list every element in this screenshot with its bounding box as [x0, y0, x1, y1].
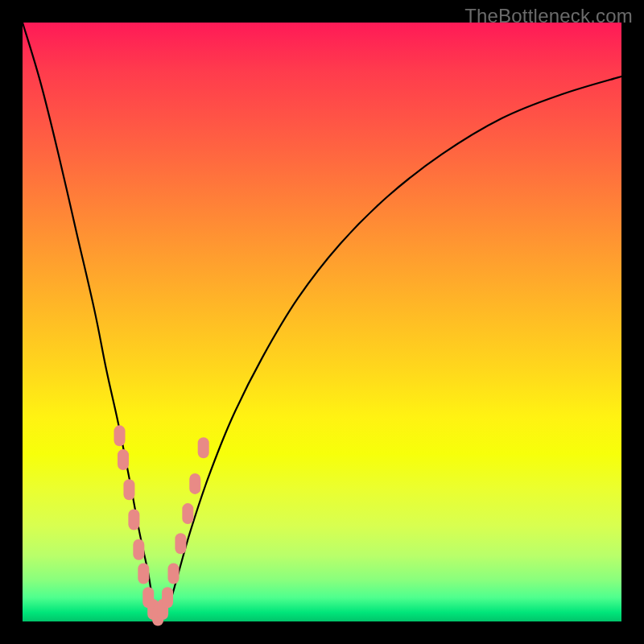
- curve-marker: [118, 449, 129, 470]
- curve-marker: [182, 503, 193, 524]
- curve-marker: [128, 510, 139, 530]
- bottleneck-curve-line: [23, 23, 621, 616]
- bottleneck-curve-svg: [23, 23, 621, 621]
- chart-frame: TheBottleneck.com: [0, 0, 644, 644]
- curve-marker: [198, 437, 209, 458]
- curve-marker: [162, 587, 173, 608]
- curve-markers: [114, 425, 209, 625]
- curve-marker: [123, 479, 134, 500]
- curve-marker: [133, 539, 144, 560]
- curve-marker: [114, 425, 126, 446]
- curve-marker: [175, 533, 186, 554]
- curve-marker: [167, 563, 179, 584]
- curve-marker: [189, 473, 200, 494]
- watermark-text: TheBottleneck.com: [464, 5, 633, 27]
- plot-area: [23, 23, 621, 621]
- curve-marker: [138, 563, 149, 584]
